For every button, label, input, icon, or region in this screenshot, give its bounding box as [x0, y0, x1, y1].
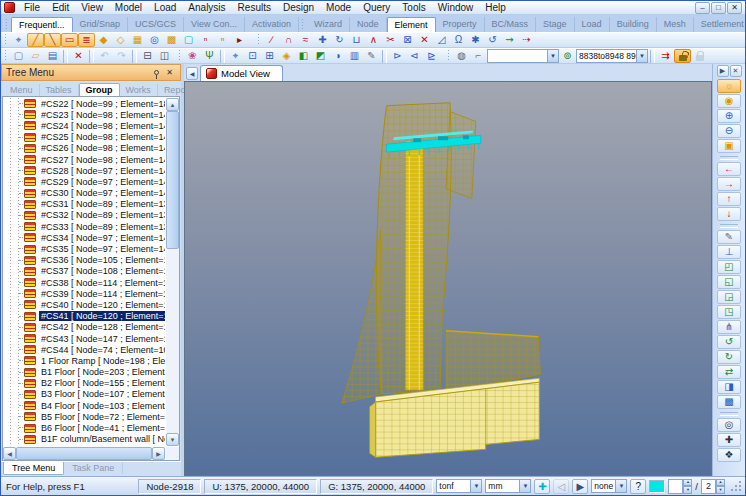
tree-item[interactable]: #CS28 [ Node=97 ; Element=147 ]: [3, 165, 165, 176]
hidden-surface-button[interactable]: ◧: [295, 49, 312, 63]
toolbar-tab[interactable]: Building: [610, 17, 657, 32]
compact-numbers-button[interactable]: ✱: [467, 33, 484, 47]
tab-scroll-left-icon[interactable]: ◀: [186, 67, 198, 80]
create-arc-button[interactable]: ∩: [280, 33, 297, 47]
toolbar-grip[interactable]: [256, 34, 261, 45]
menu-item[interactable]: Tools: [396, 1, 431, 14]
tree-item[interactable]: B4 Floor [ Node=103 ; Element=141 ]: [3, 400, 165, 411]
minimize-button[interactable]: –: [695, 2, 710, 14]
select-previous-button[interactable]: ⌖: [10, 33, 27, 47]
paint-display-button[interactable]: ✎: [363, 49, 380, 63]
spin-down-icon[interactable]: ▼: [716, 486, 725, 494]
pan-up-button[interactable]: ↑: [717, 192, 741, 206]
shrink-element-button[interactable]: ◩: [312, 49, 329, 63]
top-view-button[interactable]: ◱: [717, 275, 741, 289]
tree-item[interactable]: #CS25 [ Node=98 ; Element=149 ]: [3, 132, 165, 143]
tree-item[interactable]: #CS27 [ Node=98 ; Element=149 ]: [3, 154, 165, 165]
chevron-down-icon[interactable]: ▼: [519, 480, 530, 492]
open-project-button[interactable]: ▱: [27, 49, 44, 63]
select-group-button[interactable]: ◇: [112, 33, 129, 47]
toolbar-tab[interactable]: Property: [436, 17, 485, 32]
menu-item[interactable]: Mode: [320, 1, 357, 14]
color-swatch[interactable]: [649, 480, 665, 493]
render-view-button[interactable]: ◈: [278, 49, 295, 63]
menu-item[interactable]: Edit: [46, 1, 75, 14]
scrollbar-thumb[interactable]: [16, 447, 152, 460]
stage-previous-button[interactable]: ◁: [553, 479, 569, 494]
renumber-element-button[interactable]: ↺: [484, 33, 501, 47]
new-project-button[interactable]: ▢: [10, 49, 27, 63]
tree-item[interactable]: B2 Floor [ Node=155 ; Element=149 ]: [3, 378, 165, 389]
pin-panel-button[interactable]: [150, 67, 163, 79]
scroll-left-icon[interactable]: ◀: [3, 447, 16, 460]
zoom-window-button[interactable]: ◉: [717, 94, 741, 108]
tree-item[interactable]: #CS43 [ Node=147 ; Element=156 ]: [3, 333, 165, 344]
node-list-button[interactable]: ⊚: [559, 49, 576, 63]
toolbar-tab[interactable]: Element: [387, 17, 436, 32]
panel-bottom-tab[interactable]: Tree Menu: [3, 462, 64, 475]
named-view-button[interactable]: ◨: [717, 380, 741, 394]
save-project-button[interactable]: ▤: [44, 49, 61, 63]
dynamic-rotate-button[interactable]: ❖: [717, 448, 741, 462]
toolbar-tab[interactable]: View Con...: [184, 17, 245, 32]
mirror-element-button[interactable]: ∧: [365, 33, 382, 47]
menu-item[interactable]: Query: [357, 1, 396, 14]
select-recent-button[interactable]: ▸: [231, 33, 248, 47]
datum-axis-button[interactable]: ⌖: [227, 49, 244, 63]
tree-item[interactable]: #CS33 [ Node=89 ; Element=130 ]: [3, 221, 165, 232]
chevron-down-icon[interactable]: ▼: [615, 480, 626, 492]
tree-item[interactable]: B5 Floor [ Node=72 ; Element=139 ]: [3, 411, 165, 422]
capture-view-button[interactable]: ▩: [717, 395, 741, 409]
zoom-in-button[interactable]: ⊕: [717, 109, 741, 123]
fit-view-button[interactable]: ✚: [534, 479, 550, 494]
toolbar-tab[interactable]: UCS/GCS: [128, 17, 184, 32]
stage-total-spinner[interactable]: 2 ▲▼: [701, 479, 725, 494]
tree-item[interactable]: #CS39 [ Node=114 ; Element=149 ]: [3, 288, 165, 299]
tree-item[interactable]: #CS41 [ Node=120 ; Element=149 ]: [3, 311, 165, 322]
toolbar-grip[interactable]: [3, 50, 8, 61]
toolbar-tab[interactable]: Frequentl...: [11, 17, 73, 32]
toolbar-tab[interactable]: Node: [350, 17, 387, 32]
spin-down-icon[interactable]: ▼: [683, 486, 692, 494]
stage-play-button[interactable]: ▶: [572, 479, 588, 494]
pan-right-button[interactable]: →: [717, 177, 741, 191]
model-viewport[interactable]: [184, 81, 712, 476]
tree-item[interactable]: #CS32 [ Node=89 ; Element=130 ]: [3, 210, 165, 221]
menu-item[interactable]: Design: [277, 1, 320, 14]
pan-left-button[interactable]: ←: [717, 162, 741, 176]
menu-item[interactable]: Help: [479, 1, 512, 14]
toolbar-tab[interactable]: Stage: [536, 17, 575, 32]
create-curve-button[interactable]: ≈: [297, 33, 314, 47]
translate-element-button[interactable]: ✚: [314, 33, 331, 47]
select-intersect-button[interactable]: ◆: [95, 33, 112, 47]
scroll-right-icon[interactable]: ▶: [152, 447, 165, 460]
group-tree-button[interactable]: Ψ: [201, 49, 218, 63]
vertical-scrollbar[interactable]: ▲ ▼: [166, 98, 179, 446]
dynamic-pan-button[interactable]: ✚: [717, 433, 741, 447]
menu-item[interactable]: Load: [148, 1, 182, 14]
tree-item[interactable]: #CS26 [ Node=98 ; Element=149 ]: [3, 143, 165, 154]
tree-item[interactable]: #CS24 [ Node=98 ; Element=149 ]: [3, 120, 165, 131]
select-plane-button[interactable]: ≣: [78, 33, 95, 47]
unlock-model-button[interactable]: [674, 49, 691, 63]
toolbar-tab[interactable]: Load: [575, 17, 610, 32]
tree-item[interactable]: B6 Floor [ Node=41 ; Element=110 ]: [3, 422, 165, 433]
stage-current-spinner[interactable]: ▲▼: [668, 479, 692, 494]
tree-item[interactable]: #CS22 [ Node=99 ; Element=181 ]: [3, 98, 165, 109]
menu-item[interactable]: Results: [232, 1, 277, 14]
context-help-button[interactable]: ?: [630, 479, 646, 494]
tree-item[interactable]: B3 Floor [ Node=107 ; Element=141 ]: [3, 389, 165, 400]
display-option-button[interactable]: ▢: [180, 33, 197, 47]
vertical-section-button[interactable]: ⊥: [717, 245, 741, 259]
tree-item[interactable]: 1 Floor Ramp [ Node=198 ; Element=97: [3, 355, 165, 366]
lock-model-button[interactable]: [691, 49, 708, 63]
animation-button[interactable]: ⇉: [657, 49, 674, 63]
select-polyline-button[interactable]: ╲: [44, 33, 61, 47]
close-panel-button[interactable]: ✕: [163, 67, 176, 79]
panel-tab[interactable]: Group: [79, 83, 120, 96]
chain-element-button[interactable]: ⇝: [501, 33, 518, 47]
axis-view-button[interactable]: ⋔: [717, 320, 741, 334]
tree-item[interactable]: #CS38 [ Node=114 ; Element=149 ]: [3, 277, 165, 288]
menu-item[interactable]: Window: [432, 1, 480, 14]
display-zoom-button[interactable]: ⊡: [244, 49, 261, 63]
